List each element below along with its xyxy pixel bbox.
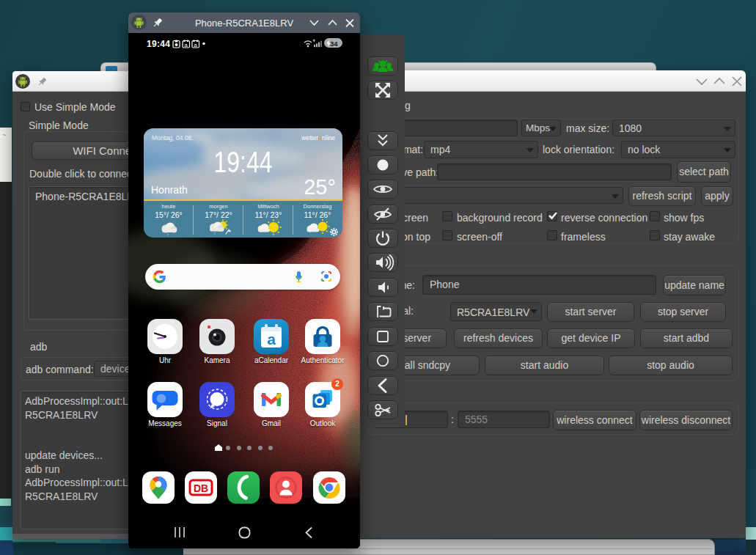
svg-text:a: a <box>194 42 197 48</box>
svg-text:DB: DB <box>194 482 208 494</box>
svg-text:a: a <box>184 42 188 48</box>
svg-text:a: a <box>267 331 276 348</box>
